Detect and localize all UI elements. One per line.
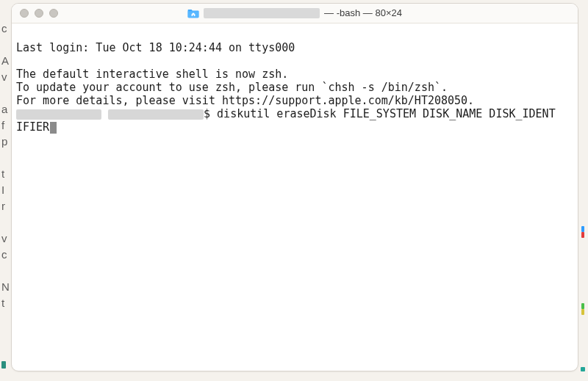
zsh-notice-line: For more details, please visit https://s… <box>16 94 474 107</box>
prompt-user-redacted <box>108 109 204 120</box>
prompt-symbol: $ <box>204 107 210 120</box>
terminal-window: — -bash — 80×24 Last login: Tue Oct 18 1… <box>11 3 578 371</box>
traffic-lights <box>20 9 58 18</box>
window-title: — -bash — 80×24 <box>12 8 578 18</box>
command-wrap-line: IFIER <box>16 120 57 134</box>
prompt-host-redacted <box>16 109 101 120</box>
zoom-button[interactable] <box>49 9 58 18</box>
terminal-cursor <box>50 122 57 134</box>
prompt-line: $ diskutil eraseDisk FILE_SYSTEM DISK_NA… <box>16 107 556 120</box>
minimize-button[interactable] <box>35 9 43 18</box>
background-speck <box>581 303 584 309</box>
background-window-text: c A v a f p t I r v c N t <box>1 21 9 311</box>
background-speck <box>581 309 584 315</box>
title-redacted-path <box>204 8 320 18</box>
title-text: — -bash — 80×24 <box>324 8 402 18</box>
window-titlebar[interactable]: — -bash — 80×24 <box>12 4 578 23</box>
background-speck <box>581 226 584 232</box>
home-folder-icon <box>187 9 199 18</box>
background-speck <box>1 361 6 369</box>
close-button[interactable] <box>20 9 29 18</box>
zsh-notice-line: To update your account to use zsh, pleas… <box>16 81 448 94</box>
background-speck <box>581 232 584 238</box>
background-speck <box>581 367 585 371</box>
zsh-notice-line: The default interactive shell is now zsh… <box>16 68 288 81</box>
command-text: IFIER <box>16 120 49 134</box>
terminal-content[interactable]: Last login: Tue Oct 18 10:24:44 on ttys0… <box>12 23 578 147</box>
last-login-line: Last login: Tue Oct 18 10:24:44 on ttys0… <box>16 41 295 54</box>
command-text: diskutil eraseDisk FILE_SYSTEM DISK_NAME… <box>210 107 556 120</box>
